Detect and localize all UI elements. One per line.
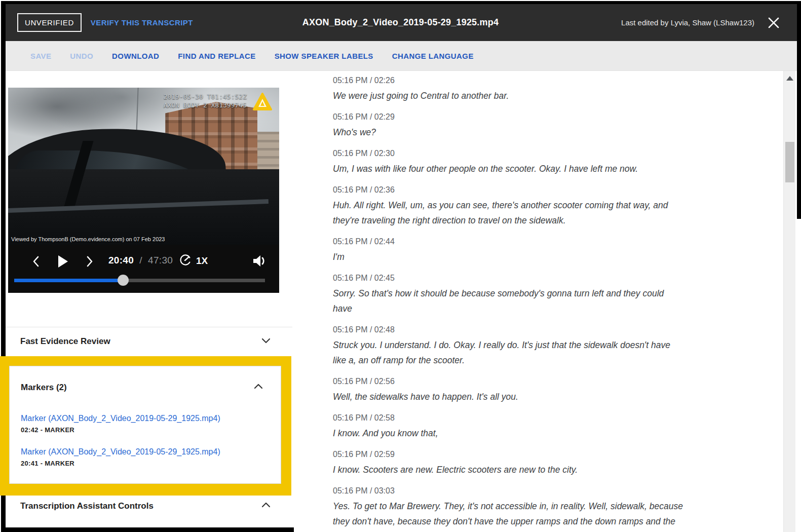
video-progress-bar[interactable] [14, 279, 265, 282]
screenshot-frame-right [797, 1, 801, 219]
screenshot-frame-bottom [1, 527, 294, 532]
player-control-bar: 20:40 / 47:30 1X [8, 245, 279, 293]
scrollbar-thumb[interactable] [785, 142, 794, 182]
transcript-text[interactable]: I know. And you know that, [333, 426, 743, 441]
marker-link[interactable]: Marker (AXON_Body_2_Video_2019-05-29_192… [21, 446, 271, 458]
transcript-entry: 05:16 PM / 03:03 Yes. To get to Mar Brew… [333, 483, 743, 532]
time-display: 20:40 / 47:30 [108, 255, 173, 266]
transcript-timestamp: 05:16 PM / 02:30 [333, 146, 743, 161]
previous-button[interactable] [29, 255, 43, 268]
chevron-down-icon [260, 334, 272, 349]
transcript-text[interactable]: Sorry. So that's how it should be becaus… [333, 286, 743, 316]
video-timestamp-overlay: 2019-05-30 T01:45:52Z AXON BODY 2 X81399… [164, 92, 247, 109]
transcript-text[interactable]: I'm [333, 249, 743, 264]
transcript-entry: 05:16 PM / 02:45 Sorry. So that's how it… [333, 271, 743, 316]
transcript-panel: 05:16 PM / 02:26 We were just going to C… [292, 71, 783, 532]
transcript-timestamp: 05:16 PM / 02:45 [333, 271, 743, 286]
transcript-entry: 05:16 PM / 02:44 I'm [333, 234, 743, 264]
transcript-entry: 05:16 PM / 02:29 Who's we? [333, 109, 743, 140]
transcript-text[interactable]: We were just going to Central to another… [333, 88, 743, 103]
transcription-assistant-controls-title: Transcription Assistant Controls [20, 501, 154, 511]
verify-transcript-link[interactable]: VERIFY THIS TRANSCRIPT [91, 18, 193, 27]
axon-logo-icon [253, 93, 272, 111]
transcript-review-window: UNVERIFIED VERIFY THIS TRANSCRIPT AXON_B… [0, 0, 801, 532]
header-right: Last edited by Lyvia, Shaw (LShaw123) [621, 17, 780, 29]
speed-gauge-icon [179, 254, 192, 268]
transcript-entry: 05:16 PM / 02:30 Um, I was with like fou… [333, 146, 743, 176]
show-speaker-labels-button[interactable]: SHOW SPEAKER LABELS [275, 52, 373, 60]
status-badge: UNVERIFIED [17, 13, 82, 32]
last-edited-text: Last edited by Lyvia, Shaw (LShaw123) [621, 18, 754, 27]
transcript-entry: 05:16 PM / 02:48 Struck you. I understan… [333, 322, 743, 368]
undo-button[interactable]: UNDO [70, 52, 93, 60]
fast-evidence-review-section[interactable]: Fast Evidence Review [20, 334, 272, 349]
transcript-list: 05:16 PM / 02:26 We were just going to C… [292, 71, 743, 532]
transcript-timestamp: 05:16 PM / 02:59 [333, 447, 743, 462]
volume-icon[interactable] [251, 253, 267, 269]
chevron-up-icon [252, 381, 264, 395]
toolbar: SAVE UNDO DOWNLOAD FIND AND REPLACE SHOW… [4, 41, 797, 71]
viewed-by-watermark: Viewed by ThompsonB (Demo.evidence.com) … [11, 236, 165, 242]
marker-list-item: Marker (AXON_Body_2_Video_2019-05-29_192… [21, 413, 271, 434]
transcript-timestamp: 05:16 PM / 02:44 [333, 234, 743, 249]
transcript-timestamp: 05:16 PM / 03:03 [333, 483, 743, 499]
video-progress-fill [14, 279, 123, 282]
video-timestamp-line1: 2019-05-30 T01:45:52Z [164, 92, 247, 101]
screenshot-frame-top [1, 1, 800, 4]
transcript-text[interactable]: Um, I was with like four other people on… [333, 161, 743, 176]
close-icon[interactable] [768, 17, 780, 29]
markers-title: Markers (2) [21, 383, 67, 393]
video-preview[interactable]: 2019-05-30 T01:45:52Z AXON BODY 2 X81399… [8, 88, 279, 245]
video-timestamp-line2: AXON BODY 2 X81399745 [164, 101, 247, 109]
transcript-timestamp: 05:16 PM / 02:56 [333, 374, 743, 389]
transcript-entry: 05:16 PM / 02:36 Huh. All right. Well, u… [333, 182, 743, 228]
section-divider [3, 327, 292, 327]
play-button[interactable] [56, 255, 69, 268]
transcript-entry: 05:16 PM / 02:26 We were just going to C… [333, 73, 743, 103]
transcript-text[interactable]: Huh. All right. Well, um, as you can see… [333, 198, 743, 228]
transcript-entry: 05:16 PM / 02:56 Well, the sidewalks hav… [333, 374, 743, 404]
markers-section-header[interactable]: Markers (2) [21, 381, 264, 395]
page-title: AXON_Body_2_Video_2019-05-29_1925.mp4 [302, 17, 499, 28]
marker-list-item: Marker (AXON_Body_2_Video_2019-05-29_192… [21, 446, 271, 467]
transcript-timestamp: 05:16 PM / 02:29 [333, 109, 743, 125]
transcript-text[interactable]: Yes. To get to Mar Brewery. They, it's n… [333, 499, 743, 532]
transcript-timestamp: 05:16 PM / 02:48 [333, 322, 743, 337]
transcript-entry: 05:16 PM / 02:58 I know. And you know th… [333, 410, 743, 441]
markers-panel: Markers (2) Marker (AXON_Body_2_Video_20… [9, 366, 281, 484]
marker-link[interactable]: Marker (AXON_Body_2_Video_2019-05-29_192… [21, 413, 271, 424]
transcript-timestamp: 05:16 PM / 02:36 [333, 182, 743, 198]
transcript-text[interactable]: Well, the sidewalks have to happen. It's… [333, 389, 743, 404]
find-and-replace-button[interactable]: FIND AND REPLACE [178, 52, 255, 60]
transcript-scrollbar[interactable] [783, 71, 795, 532]
transcript-entry: 05:16 PM / 02:59 I know. Scooters are ne… [333, 447, 743, 477]
speed-label: 1X [196, 255, 208, 267]
playback-speed-button[interactable]: 1X [179, 254, 208, 268]
markers-highlight-annotation: Markers (2) Marker (AXON_Body_2_Video_20… [0, 356, 291, 496]
transcript-text[interactable]: Who's we? [333, 125, 743, 140]
transcript-text[interactable]: I know. Scooters are new. Electric scoot… [333, 462, 743, 477]
transcript-timestamp: 05:16 PM / 02:26 [333, 73, 743, 88]
total-duration: 47:30 [148, 255, 173, 265]
fast-evidence-review-title: Fast Evidence Review [20, 336, 110, 347]
transcript-text[interactable]: Struck you. I understand. I do. Okay. I … [333, 337, 743, 368]
app-header: UNVERIFIED VERIFY THIS TRANSCRIPT AXON_B… [4, 4, 797, 41]
download-button[interactable]: DOWNLOAD [112, 52, 159, 60]
marker-time-label: 20:41 - MARKER [21, 460, 271, 467]
next-button[interactable] [83, 255, 96, 268]
transcription-assistant-controls-section[interactable]: Transcription Assistant Controls [20, 499, 272, 513]
change-language-button[interactable]: CHANGE LANGUAGE [392, 52, 474, 60]
current-time: 20:40 [108, 255, 134, 265]
video-progress-thumb[interactable] [118, 275, 129, 286]
marker-time-label: 02:42 - MARKER [21, 426, 271, 434]
scrollbar-up-arrow-icon[interactable] [786, 76, 793, 81]
transcript-timestamp: 05:16 PM / 02:58 [333, 410, 743, 426]
chevron-up-icon [260, 499, 272, 513]
save-button[interactable]: SAVE [30, 52, 51, 60]
